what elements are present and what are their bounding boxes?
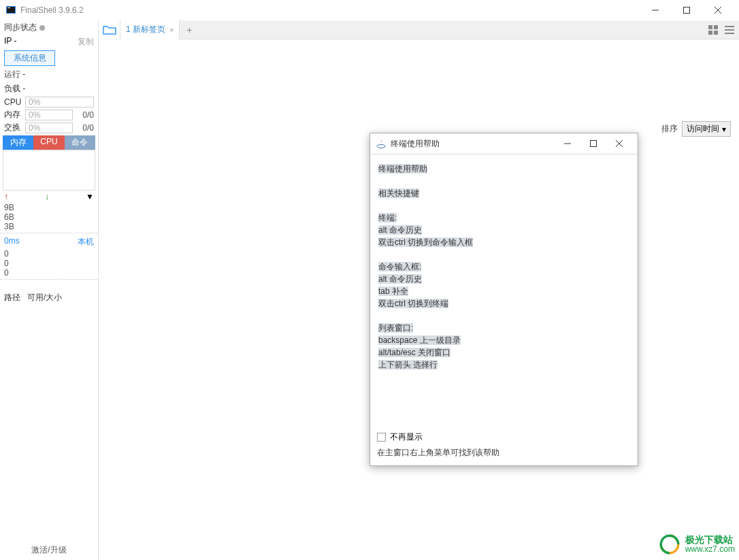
up-arrow-icon: ↑ bbox=[4, 192, 8, 201]
tab-item[interactable]: 1 新标签页 × bbox=[120, 20, 180, 39]
net-scale: 9B 6B 3B bbox=[0, 203, 98, 231]
activate-link[interactable]: 激活/升级 bbox=[0, 540, 98, 560]
sync-status: 同步状态 bbox=[0, 20, 98, 35]
size-label: 可用/大小 bbox=[27, 292, 62, 303]
dialog-minimize-button[interactable] bbox=[555, 135, 580, 152]
dropdown-icon[interactable]: ▼ bbox=[86, 192, 94, 201]
mem-num: 0/0 bbox=[75, 110, 94, 120]
chevron-down-icon: ▾ bbox=[722, 125, 726, 134]
svg-rect-7 bbox=[708, 25, 712, 29]
svg-rect-2 bbox=[7, 7, 10, 8]
mem-bar: 0% bbox=[25, 110, 73, 120]
zero-values: 0 0 0 bbox=[0, 249, 98, 278]
ip-label: IP - bbox=[4, 36, 16, 48]
dialog-note: 在主窗口右上角菜单可找到该帮助 bbox=[377, 447, 631, 459]
app-icon bbox=[5, 5, 16, 16]
run-status: 运行 - bbox=[0, 67, 98, 82]
sort-label: 排序 bbox=[661, 123, 678, 135]
svg-rect-16 bbox=[591, 141, 597, 147]
tab-label: 1 新标签页 bbox=[126, 24, 165, 35]
minimize-button[interactable] bbox=[640, 0, 671, 20]
down-arrow-icon: ↓ bbox=[45, 192, 49, 201]
grid-view-icon[interactable] bbox=[706, 23, 720, 37]
dialog-maximize-button[interactable] bbox=[580, 135, 606, 152]
close-button[interactable] bbox=[702, 0, 734, 20]
dialog-body: 终端使用帮助 相关快捷键 终端: alt 命令历史 双击ctrl 切换到命令输入… bbox=[370, 154, 638, 427]
status-dot-icon bbox=[39, 25, 45, 31]
svg-rect-8 bbox=[714, 25, 718, 29]
watermark-url: www.xz7.com bbox=[685, 544, 735, 554]
load-status: 负载 - bbox=[0, 82, 98, 96]
tab-add-button[interactable]: + bbox=[180, 20, 199, 39]
dont-show-checkbox[interactable] bbox=[377, 433, 386, 442]
maximize-button[interactable] bbox=[671, 0, 702, 20]
cpu-label: CPU bbox=[4, 97, 23, 107]
watermark-text: 极光下载站 bbox=[685, 535, 735, 544]
svg-rect-4 bbox=[684, 7, 690, 14]
svg-rect-10 bbox=[714, 31, 718, 35]
list-view-icon[interactable] bbox=[723, 23, 736, 37]
svg-rect-12 bbox=[725, 29, 734, 31]
chart-area bbox=[3, 150, 95, 191]
svg-rect-9 bbox=[708, 31, 712, 35]
tab-cmd[interactable]: 命令 bbox=[65, 135, 95, 150]
system-info-button[interactable]: 系统信息 bbox=[4, 50, 55, 66]
dialog-title: 终端使用帮助 bbox=[391, 138, 555, 150]
sort-select[interactable]: 访问时间 ▾ bbox=[682, 121, 731, 137]
mem-label: 内存 bbox=[4, 109, 23, 120]
svg-rect-13 bbox=[725, 33, 734, 34]
window-title: FinalShell 3.9.6.2 bbox=[20, 5, 640, 15]
svg-point-14 bbox=[377, 145, 385, 148]
swap-num: 0/0 bbox=[75, 123, 94, 133]
dialog-close-button[interactable] bbox=[606, 135, 632, 152]
tab-close-icon[interactable]: × bbox=[169, 26, 174, 34]
dont-show-label: 不再显示 bbox=[390, 431, 423, 443]
help-dialog: 终端使用帮助 终端使用帮助 相关快捷键 终端: alt 命令历史 双击ctrl … bbox=[370, 133, 638, 466]
watermark: 极光下载站 www.xz7.com bbox=[658, 533, 735, 556]
java-icon bbox=[376, 138, 387, 149]
latency: 0ms bbox=[4, 236, 20, 248]
svg-rect-11 bbox=[725, 26, 734, 27]
folder-icon[interactable] bbox=[99, 20, 120, 39]
tab-cpu[interactable]: CPU bbox=[33, 135, 64, 150]
watermark-logo-icon bbox=[658, 533, 681, 556]
copy-button[interactable]: 复制 bbox=[78, 36, 94, 48]
local-label: 本机 bbox=[78, 236, 94, 248]
cpu-bar: 0% bbox=[25, 97, 94, 108]
tab-mem[interactable]: 内存 bbox=[3, 135, 33, 150]
swap-label: 交换 bbox=[4, 122, 23, 133]
swap-bar: 0% bbox=[25, 122, 73, 133]
path-label: 路径 bbox=[4, 292, 20, 303]
